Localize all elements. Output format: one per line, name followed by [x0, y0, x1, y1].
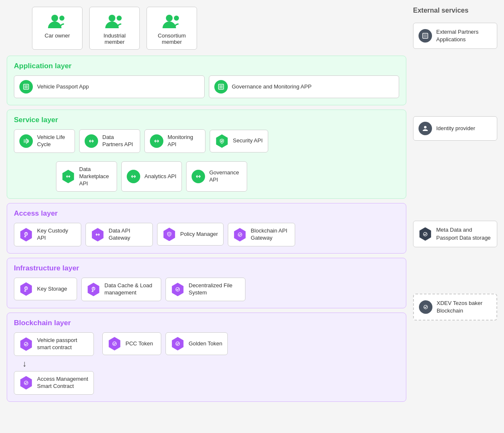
access-management-smart-contract-card: Access Management Smart Contract	[14, 371, 94, 395]
svg-point-1	[59, 16, 64, 21]
data-partners-api-label: Data Partners API	[102, 134, 135, 148]
xdev-tezos-card: XDEV Tezos baker Blockchain	[413, 294, 497, 321]
data-api-gateway-card: Data API Gateway	[85, 223, 153, 246]
blockchain-layer: Blockchain layer Vehicle passport smart …	[7, 313, 406, 402]
data-marketplace-api-icon	[61, 170, 75, 183]
pcc-token-label: PCC Token	[125, 340, 153, 347]
svg-rect-20	[424, 34, 427, 37]
svg-point-2	[109, 15, 115, 21]
spacer-1	[413, 57, 497, 112]
meta-data-passport-label: Meta Data and Passport Data storage	[436, 226, 492, 241]
actor-consortium-member: Consortium member	[147, 7, 197, 50]
decentralized-file-system-card: Decentralized File System	[165, 278, 245, 301]
meta-data-passport-card: Meta Data and Passport Data storage	[413, 221, 497, 247]
golden-token-label: Golden Token	[189, 340, 222, 347]
spacer-3	[413, 256, 497, 289]
data-marketplace-api-label: Data Marketplace API	[79, 166, 112, 187]
governance-api-icon	[192, 170, 205, 183]
external-partners-apps-icon	[419, 29, 432, 43]
svg-point-12	[25, 288, 27, 289]
decentralized-file-system-icon	[171, 283, 184, 296]
key-custody-api-card: Key Custody API	[14, 223, 81, 246]
svg-point-0	[51, 15, 58, 21]
data-partners-api-icon	[85, 134, 98, 148]
key-custody-api-icon	[19, 228, 33, 241]
decentralized-file-system-label: Decentralized File System	[189, 282, 240, 297]
identity-provider-icon	[419, 122, 432, 135]
policy-manager-icon	[163, 227, 176, 241]
key-storage-label: Key Storage	[37, 286, 67, 293]
down-arrow: ↓	[22, 359, 27, 368]
data-partners-api-card: Data Partners API	[79, 129, 140, 153]
svg-point-4	[166, 15, 173, 21]
xdev-tezos-label: XDEV Tezos baker Blockchain	[437, 299, 491, 315]
svg-point-5	[174, 16, 179, 21]
vehicle-passport-smart-contract-icon	[19, 337, 33, 351]
actor-car-owner: Car owner	[32, 7, 83, 50]
service-layer-title: Service layer	[14, 116, 399, 124]
security-api-label: Security API	[233, 137, 263, 144]
key-storage-card: Key Storage	[14, 278, 77, 300]
vehicle-passport-icon	[19, 80, 33, 94]
governance-api-label: Governance API	[209, 169, 242, 184]
vehicle-passport-smart-contract-label: Vehicle passport smart contract	[37, 337, 88, 351]
analytics-api-card: Analytics API	[121, 161, 182, 192]
infrastructure-layer: Infrastructure layer Key Storage Data Ca…	[7, 258, 406, 308]
left-column: Car owner Industrial member Cons	[7, 7, 406, 402]
svg-rect-7	[24, 85, 28, 88]
industrial-member-label: Industrial member	[95, 32, 134, 45]
access-management-smart-contract-label: Access Management Smart Contract	[37, 376, 88, 390]
pcc-token-icon	[108, 337, 121, 350]
service-layer: Service layer Vehicle Life Cycle Dat	[7, 110, 406, 199]
vehicle-passport-app-label: Vehicle Passport App	[37, 83, 89, 91]
blockchain-api-gateway-icon	[233, 228, 247, 241]
external-services-title: External services	[413, 7, 497, 14]
access-management-smart-contract-icon	[19, 376, 33, 390]
governance-monitoring-app-label: Governance and Monitoring APP	[232, 83, 312, 91]
monitoring-api-icon	[150, 134, 163, 148]
data-cache-card: Data Cache & Load management	[81, 278, 161, 301]
data-cache-icon	[87, 283, 100, 296]
golden-token-icon	[171, 337, 184, 350]
identity-provider-label: Identity provider	[436, 125, 475, 132]
monitoring-api-card: Monitoring API	[144, 129, 205, 153]
car-owner-icon	[47, 14, 67, 29]
consortium-member-icon	[162, 14, 182, 29]
governance-api-card: Governance API	[186, 161, 247, 192]
analytics-api-icon	[127, 170, 140, 183]
blockchain-col-1: Vehicle passport smart contract ↓ Access…	[14, 332, 94, 395]
access-layer-title: Access layer	[14, 209, 399, 218]
application-layer-title: Application layer	[14, 62, 399, 70]
service-row-1: Vehicle Life Cycle Data Partners API Mon…	[14, 129, 399, 153]
blockchain-main-row: Vehicle passport smart contract ↓ Access…	[14, 332, 399, 395]
vehicle-life-cycle-label: Vehicle Life Cycle	[37, 134, 69, 148]
access-layer: Access layer Key Custody API Data API Ga…	[7, 203, 406, 254]
pcc-token-card: PCC Token	[102, 332, 161, 355]
vehicle-passport-app-card: Vehicle Passport App	[14, 75, 205, 98]
blockchain-other-items: PCC Token Golden Token	[102, 332, 228, 355]
data-cache-label: Data Cache & Load management	[104, 282, 156, 297]
blockchain-api-gateway-label: Blockchain API Gateway	[251, 227, 290, 242]
svg-point-13	[93, 288, 94, 290]
application-layer: Application layer Vehicle Passport App G…	[7, 56, 406, 105]
right-column: External services External Partners Appl…	[413, 7, 497, 325]
vehicle-life-cycle-icon	[19, 134, 33, 148]
car-owner-label: Car owner	[45, 32, 70, 39]
monitoring-api-label: Monitoring API	[168, 134, 200, 148]
svg-point-3	[117, 16, 122, 21]
external-partners-apps-card: External Partners Applications	[413, 23, 497, 49]
meta-data-passport-icon	[419, 227, 432, 241]
key-storage-icon	[19, 282, 33, 296]
actors-row: Car owner Industrial member Cons	[7, 7, 406, 50]
access-items-row: Key Custody API Data API Gateway Policy …	[14, 223, 399, 246]
identity-provider-card: Identity provider	[413, 116, 497, 141]
main-layout: Car owner Industrial member Cons	[7, 7, 497, 402]
svg-rect-9	[219, 85, 223, 88]
service-grid: Vehicle Life Cycle Data Partners API Mon…	[14, 129, 399, 192]
security-api-card: Security API	[210, 130, 268, 152]
policy-manager-label: Policy Manager	[180, 231, 218, 238]
svg-point-10	[25, 233, 27, 235]
analytics-api-label: Analytics API	[144, 173, 176, 180]
service-row-2: Data Marketplace API Analytics API Gover…	[14, 161, 399, 192]
app-items-row: Vehicle Passport App Governance and Moni…	[14, 75, 399, 98]
